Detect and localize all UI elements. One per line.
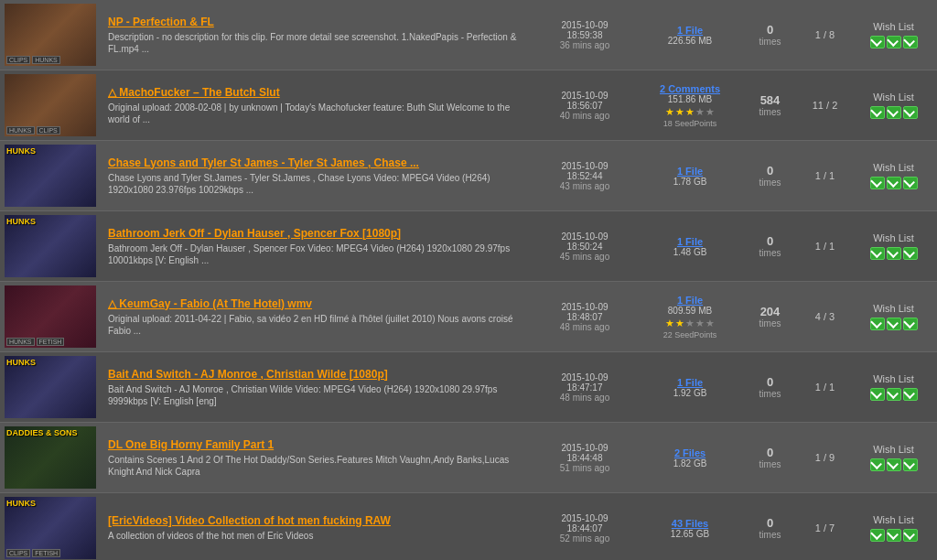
slot-area: 11 / 2 xyxy=(800,70,850,140)
wishlist-icon-3[interactable] xyxy=(903,36,918,48)
thumbnail-area: HUNKS CLIPSFETISH xyxy=(0,493,101,560)
time-ago: 48 mins ago xyxy=(560,322,609,332)
wishlist-label[interactable]: Wish List xyxy=(873,514,914,525)
time: 18:59:38 xyxy=(567,30,603,40)
wishlist-label[interactable]: Wish List xyxy=(873,373,914,384)
wishlist-icon-1[interactable] xyxy=(870,458,885,471)
times-count: 0 xyxy=(767,164,773,178)
wishlist-icon-3[interactable] xyxy=(903,388,918,401)
times-area: 0 times xyxy=(740,211,800,281)
item-title[interactable]: DL One Big Horny Family Part 1 xyxy=(108,438,522,451)
date-area: 2015-10-09 18:48:07 48 mins ago xyxy=(530,282,640,351)
wishlist-icon-2[interactable] xyxy=(887,106,901,119)
item-title[interactable]: NP - Perfection & FL xyxy=(108,16,522,28)
item-desc: Description - no description for this cl… xyxy=(108,31,522,55)
wishlist-icons xyxy=(870,529,918,542)
file-count[interactable]: 2 Files xyxy=(674,447,705,458)
item-title[interactable]: Chase Lyons and Tyler St James - Tyler S… xyxy=(108,156,522,169)
wishlist-icon-2[interactable] xyxy=(887,388,901,401)
wishlist-icon-3[interactable] xyxy=(903,177,918,189)
thumb-label: HUNKS xyxy=(6,499,36,508)
times-label: times xyxy=(759,178,781,188)
wishlist-label[interactable]: Wish List xyxy=(873,21,914,32)
wishlist-area[interactable]: Wish List xyxy=(850,493,937,560)
slot-area: 1 / 9 xyxy=(800,423,850,492)
times-area: 0 times xyxy=(740,423,800,492)
slot-value: 1 / 1 xyxy=(815,382,835,393)
file-comments[interactable]: 2 Comments xyxy=(660,83,720,94)
wishlist-area[interactable]: Wish List xyxy=(850,352,937,422)
list-item: DADDIES & SONS DL One Big Horny Family P… xyxy=(0,423,937,493)
wishlist-icon-3[interactable] xyxy=(903,458,918,471)
wishlist-label[interactable]: Wish List xyxy=(873,232,914,243)
list-item: HUNKS Bait And Switch - AJ Monroe , Chri… xyxy=(0,352,937,423)
times-area: 0 times xyxy=(740,141,800,210)
wishlist-icon-1[interactable] xyxy=(870,106,885,119)
wishlist-icon-2[interactable] xyxy=(887,318,901,330)
item-desc: Original upload: 2008-02-08 | by unknown… xyxy=(108,102,522,125)
wishlist-icon-3[interactable] xyxy=(903,106,918,119)
wishlist-label[interactable]: Wish List xyxy=(873,444,914,455)
wishlist-icons xyxy=(870,318,918,330)
wishlist-area[interactable]: Wish List xyxy=(850,282,937,351)
date-area: 2015-10-09 18:56:07 40 mins ago xyxy=(530,70,640,140)
file-area: 1 File1.92 GB xyxy=(640,352,740,422)
times-label: times xyxy=(759,459,781,469)
wishlist-icon-1[interactable] xyxy=(870,177,885,189)
wishlist-area[interactable]: Wish List xyxy=(850,211,937,281)
seedpoints: 18 SeedPoints xyxy=(663,119,717,128)
item-title[interactable]: Bait And Switch - AJ Monroe , Christian … xyxy=(108,368,522,381)
thumbnail: HUNKSCLIPS xyxy=(5,74,96,136)
wishlist-icon-3[interactable] xyxy=(903,247,918,260)
wishlist-area[interactable]: Wish List xyxy=(850,141,937,210)
wishlist-icon-2[interactable] xyxy=(887,529,901,542)
wishlist-icon-2[interactable] xyxy=(887,36,901,48)
file-count[interactable]: 1 File xyxy=(677,295,703,306)
slot-value: 1 / 1 xyxy=(815,170,835,181)
file-count[interactable]: 43 Files xyxy=(672,518,708,529)
wishlist-icons xyxy=(870,388,918,401)
file-count[interactable]: 1 File xyxy=(677,236,703,247)
wishlist-icon-1[interactable] xyxy=(870,36,885,48)
wishlist-icon-1[interactable] xyxy=(870,529,885,542)
item-title[interactable]: △ KeumGay - Fabio (At The Hotel) wmv xyxy=(108,297,522,310)
thumb-label: HUNKS xyxy=(6,358,36,367)
file-count[interactable]: 1 File xyxy=(677,25,703,36)
times-label: times xyxy=(759,530,781,540)
wishlist-area[interactable]: Wish List xyxy=(850,70,937,140)
wishlist-area[interactable]: Wish List xyxy=(850,423,937,492)
slot-area: 1 / 8 xyxy=(800,0,850,70)
wishlist-icon-2[interactable] xyxy=(887,458,901,471)
time-ago: 45 mins ago xyxy=(560,252,609,262)
wishlist-icon-3[interactable] xyxy=(903,318,918,330)
info-area: △ KeumGay - Fabio (At The Hotel) wmv Ori… xyxy=(101,282,530,351)
wishlist-icon-2[interactable] xyxy=(887,177,901,189)
wishlist-icon-1[interactable] xyxy=(870,388,885,401)
thumbnail: CLIPSHUNKS xyxy=(5,4,96,66)
thumbnail: HUNKS xyxy=(5,215,96,277)
file-count[interactable]: 1 File xyxy=(677,377,703,388)
thumbnail-area: HUNKS xyxy=(0,141,101,210)
file-count[interactable]: 1 File xyxy=(677,166,703,177)
times-count: 0 xyxy=(767,516,773,530)
wishlist-icon-3[interactable] xyxy=(903,529,918,542)
wishlist-icon-1[interactable] xyxy=(870,318,885,330)
wishlist-label[interactable]: Wish List xyxy=(873,92,914,102)
wishlist-icon-2[interactable] xyxy=(887,247,901,260)
time-ago: 43 mins ago xyxy=(560,181,609,191)
item-title[interactable]: △ MachoFucker – The Butch Slut xyxy=(108,86,522,99)
file-size: 1.92 GB xyxy=(673,388,707,398)
thumbnail: HUNKSFETISH xyxy=(5,285,96,348)
mini-label: HUNKS xyxy=(6,338,35,346)
date: 2015-10-09 xyxy=(561,443,608,453)
wishlist-label[interactable]: Wish List xyxy=(873,303,914,314)
slot-area: 1 / 1 xyxy=(800,211,850,281)
item-title[interactable]: Bathroom Jerk Off - Dylan Hauser , Spenc… xyxy=(108,227,522,240)
wishlist-icon-1[interactable] xyxy=(870,247,885,260)
time: 18:44:07 xyxy=(567,523,603,533)
item-title[interactable]: [EricVideos] Video Collection of hot men… xyxy=(108,514,522,527)
mini-label: CLIPS xyxy=(6,549,30,557)
wishlist-label[interactable]: Wish List xyxy=(873,162,914,173)
wishlist-area[interactable]: Wish List xyxy=(850,0,937,70)
item-desc: Original upload: 2011-04-22 | Fabio, sa … xyxy=(108,313,522,337)
